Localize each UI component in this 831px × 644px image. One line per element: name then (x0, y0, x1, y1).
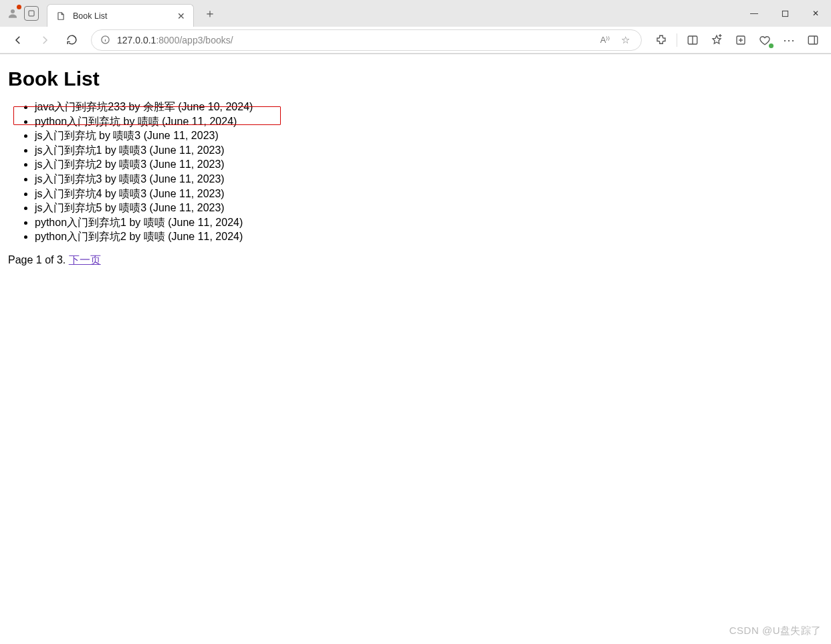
tab-actions-icon[interactable] (24, 6, 39, 21)
separator (677, 33, 677, 47)
toolbar-right: ⋯ (650, 29, 824, 51)
book-list: java入门到弃坑233 by 余胜军 (June 10, 2024)pytho… (8, 100, 823, 244)
list-item: python入门到弃坑2 by 啧啧 (June 11, 2024) (35, 229, 823, 244)
address-bar[interactable]: 127.0.0.1:8000/app3/books/ A⁾⁾ ☆ (91, 29, 642, 51)
list-item: js入门到弃坑1 by 啧啧3 (June 11, 2023) (35, 143, 823, 158)
list-item: js入门到弃坑 by 啧啧3 (June 11, 2023) (35, 128, 823, 143)
page-title: Book List (8, 68, 823, 90)
close-icon[interactable]: ✕ (176, 11, 187, 21)
favorite-star-icon[interactable]: ☆ (616, 31, 634, 49)
svg-point-0 (11, 9, 15, 13)
url-text: 127.0.0.1:8000/app3/books/ (117, 35, 596, 45)
back-button[interactable] (7, 29, 29, 51)
split-screen-icon[interactable] (681, 29, 704, 51)
profile-icon[interactable] (5, 6, 20, 21)
read-aloud-icon[interactable]: A⁾⁾ (596, 31, 614, 49)
page-content: Book List java入门到弃坑233 by 余胜军 (June 10, … (0, 54, 831, 274)
pager: Page 1 of 3. 下一页 (8, 253, 823, 267)
svg-rect-1 (29, 11, 34, 16)
collections-icon[interactable] (729, 29, 752, 51)
forward-button (33, 29, 56, 51)
window-controls: ― ✕ (739, 0, 831, 27)
extensions-icon[interactable] (650, 29, 673, 51)
pager-text: Page 1 of 3. (8, 254, 69, 265)
file-icon (55, 11, 66, 21)
watermark-text: CSDN @U盘失踪了 (729, 625, 822, 637)
site-info-icon[interactable] (98, 33, 112, 47)
svg-rect-13 (808, 36, 818, 44)
new-tab-button[interactable]: ＋ (201, 4, 219, 23)
list-item: java入门到弃坑233 by 余胜军 (June 10, 2024) (35, 100, 823, 114)
browser-essentials-icon[interactable] (753, 29, 776, 51)
notification-dot-icon (17, 5, 21, 9)
maximize-button[interactable] (769, 0, 800, 27)
title-bar: Book List ✕ ＋ ― ✕ (0, 0, 831, 27)
favorites-icon[interactable] (705, 29, 728, 51)
list-item: js入门到弃坑4 by 啧啧3 (June 11, 2023) (35, 187, 823, 201)
list-item: js入门到弃坑5 by 啧啧3 (June 11, 2023) (35, 201, 823, 215)
svg-rect-2 (782, 11, 788, 16)
browser-chrome: Book List ✕ ＋ ― ✕ 127.0.0.1:8000/app3/ (0, 0, 831, 54)
close-window-button[interactable]: ✕ (800, 0, 831, 27)
list-item: js入门到弃坑2 by 啧啧3 (June 11, 2023) (35, 157, 823, 172)
copilot-sidebar-icon[interactable] (802, 29, 824, 51)
tab-title: Book List (73, 11, 176, 21)
list-item: js入门到弃坑3 by 啧啧3 (June 11, 2023) (35, 172, 823, 187)
list-item: python入门到弃坑 by 啧啧 (June 11, 2024) (35, 114, 823, 129)
minimize-button[interactable]: ― (739, 0, 769, 27)
browser-tab[interactable]: Book List ✕ (47, 4, 194, 27)
browser-toolbar: 127.0.0.1:8000/app3/books/ A⁾⁾ ☆ (0, 27, 831, 53)
refresh-button[interactable] (60, 29, 83, 51)
list-item: python入门到弃坑1 by 啧啧 (June 11, 2024) (35, 215, 823, 230)
more-icon[interactable]: ⋯ (778, 29, 800, 51)
next-page-link[interactable]: 下一页 (69, 254, 101, 265)
